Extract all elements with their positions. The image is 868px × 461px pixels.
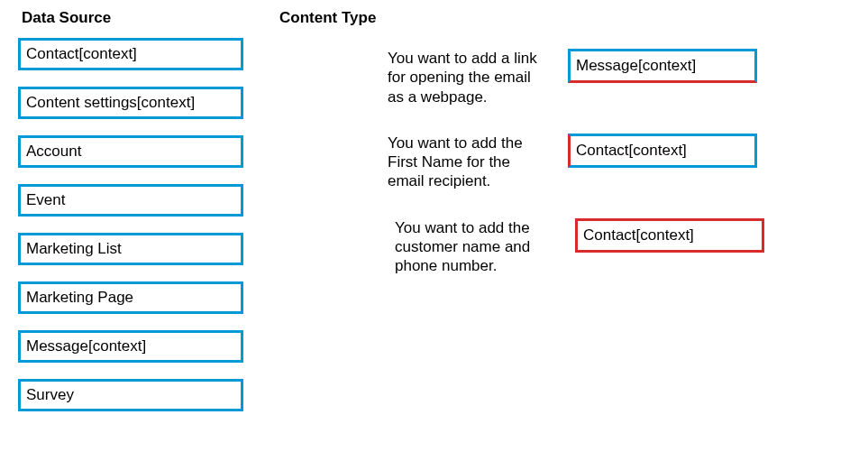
content-row: You want to add a link for opening the e… xyxy=(279,49,850,106)
source-item-marketing-list[interactable]: Marketing List xyxy=(18,233,243,265)
source-label: Survey xyxy=(26,386,74,404)
source-label: Marketing List xyxy=(26,240,122,258)
source-label: Content settings[context] xyxy=(26,94,195,112)
answer-box-contact[interactable]: Contact[context] xyxy=(568,134,757,168)
source-label: Message[context] xyxy=(26,337,146,355)
data-source-column: Data Source Contact[context] Content set… xyxy=(18,9,243,411)
content-type-heading: Content Type xyxy=(279,9,850,27)
content-row: You want to add the First Name for the e… xyxy=(279,134,850,191)
source-item-message[interactable]: Message[context] xyxy=(18,330,243,363)
source-label: Contact[context] xyxy=(26,45,137,63)
source-label: Event xyxy=(26,191,65,209)
data-source-heading: Data Source xyxy=(18,9,243,27)
answer-label: Contact[context] xyxy=(583,226,694,244)
source-item-marketing-page[interactable]: Marketing Page xyxy=(18,281,243,314)
row-description: You want to add the customer name and ph… xyxy=(279,218,548,276)
row-description: You want to add the First Name for the e… xyxy=(279,134,541,191)
source-item-contact[interactable]: Contact[context] xyxy=(18,38,243,70)
row-description: You want to add a link for opening the e… xyxy=(279,49,541,106)
answer-label: Contact[context] xyxy=(576,142,687,160)
answer-label: Message[context] xyxy=(576,57,696,75)
source-item-event[interactable]: Event xyxy=(18,184,243,217)
source-item-survey[interactable]: Survey xyxy=(18,379,243,411)
source-item-content-settings[interactable]: Content settings[context] xyxy=(18,87,243,119)
answer-box-message[interactable]: Message[context] xyxy=(568,49,757,83)
content-row: You want to add the customer name and ph… xyxy=(279,218,850,276)
answer-box-contact-red[interactable]: Contact[context] xyxy=(575,218,764,253)
source-item-account[interactable]: Account xyxy=(18,135,243,168)
source-list: Contact[context] Content settings[contex… xyxy=(18,38,243,411)
source-label: Marketing Page xyxy=(26,289,133,307)
content-type-section: Content Type You want to add a link for … xyxy=(279,9,850,411)
source-label: Account xyxy=(26,143,81,161)
content-rows: You want to add a link for opening the e… xyxy=(279,49,850,275)
